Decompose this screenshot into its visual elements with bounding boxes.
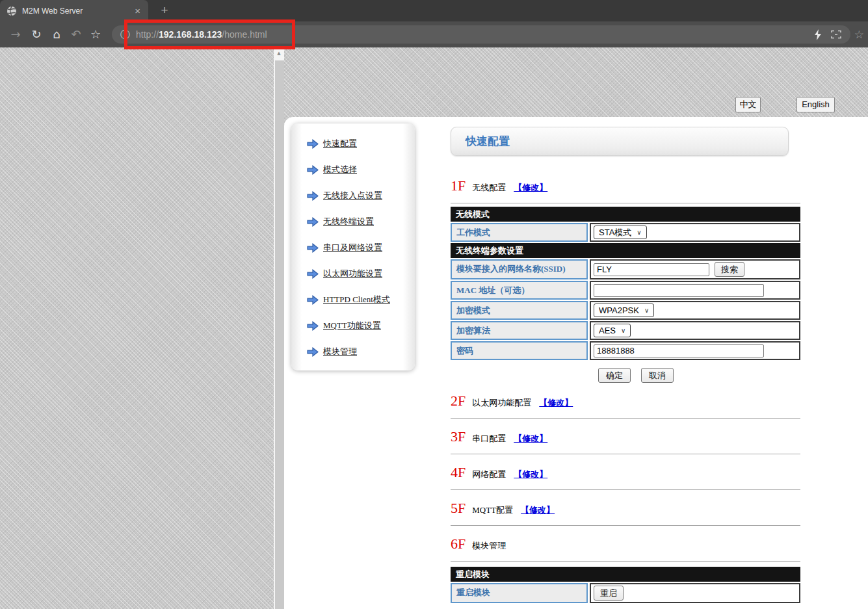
- arrow-icon: [307, 191, 319, 201]
- info-icon[interactable]: ⓘ: [120, 29, 130, 41]
- vertical-scrollbar[interactable]: ▲: [274, 47, 284, 609]
- sidebar-item-httpd-client[interactable]: HTTPD Client模式: [291, 292, 415, 307]
- arrow-icon: [307, 269, 319, 279]
- restart-label: 重启模块: [451, 583, 588, 603]
- home-icon[interactable]: ⌂: [47, 21, 66, 47]
- arrow-icon: [307, 295, 319, 305]
- ssid-label: 模块要接入的网络名称(SSID): [451, 259, 588, 279]
- section-heading-uart: 3F 串口配置 【修改】: [451, 428, 800, 454]
- sidebar-item-mode-select[interactable]: 模式选择: [291, 162, 415, 177]
- divider: [451, 203, 800, 203]
- mac-input[interactable]: [594, 284, 764, 297]
- sidebar-item-quick-config[interactable]: 快速配置: [291, 136, 415, 151]
- bookmark-star-icon[interactable]: ☆: [86, 21, 105, 47]
- cancel-button[interactable]: 取消: [641, 368, 674, 383]
- sidebar-item-uart-network[interactable]: 串口及网络设置: [291, 240, 415, 255]
- confirm-button[interactable]: 确定: [598, 368, 631, 383]
- sidebar-item-sta-settings[interactable]: 无线终端设置: [291, 214, 415, 229]
- reload-icon[interactable]: ↻: [27, 21, 46, 47]
- encryption-alg-cell: AES ∨: [590, 321, 800, 340]
- url-host: 192.168.18.123: [159, 29, 222, 40]
- section-label: 无线配置: [472, 183, 506, 192]
- encryption-mode-label: 加密模式: [451, 301, 588, 320]
- arrow-icon: [307, 321, 319, 331]
- lightning-icon[interactable]: [814, 29, 822, 40]
- left-frame: [0, 47, 274, 609]
- sidebar-link[interactable]: MQTT功能设置: [323, 320, 381, 331]
- modify-link[interactable]: 【修改】: [514, 434, 547, 443]
- page-star-icon[interactable]: ☆: [854, 21, 864, 47]
- table-row: 加密模式 WPA2PSK ∨: [451, 301, 800, 320]
- browser-tab[interactable]: M2M Web Server ×: [0, 0, 148, 21]
- arrow-icon: [307, 217, 319, 227]
- tab-title: M2M Web Server: [22, 6, 135, 16]
- browser-toolbar: → ↻ ⌂ ↶ ☆ ⓘ http://192.168.18.123/home.h…: [0, 21, 868, 47]
- page-title-box: 快速配置: [451, 127, 789, 156]
- table-row: 重启模块 重启: [451, 583, 800, 603]
- capture-icon[interactable]: [831, 30, 841, 39]
- section-heading-wireless: 1F 无线配置 【修改】: [451, 177, 800, 197]
- main-content: 快速配置 1F 无线配置 【修改】 无线模式 工作模式 STA模式 ∨ 无线终端…: [451, 127, 800, 604]
- language-chinese-button[interactable]: 中文: [735, 97, 761, 112]
- encryption-mode-select[interactable]: WPA2PSK ∨: [594, 304, 654, 317]
- scroll-up-icon[interactable]: ▲: [274, 47, 284, 59]
- encryption-alg-value: AES: [599, 326, 616, 335]
- work-mode-select[interactable]: STA模式 ∨: [594, 226, 647, 239]
- section-number: 6F: [451, 536, 466, 552]
- restart-button[interactable]: 重启: [594, 586, 624, 601]
- work-mode-cell: STA模式 ∨: [590, 223, 800, 242]
- section-number: 3F: [451, 428, 466, 445]
- arrow-icon: [307, 243, 319, 253]
- scrollbar-thumb[interactable]: [275, 60, 284, 609]
- modify-link[interactable]: 【修改】: [514, 183, 547, 192]
- sidebar-link[interactable]: 串口及网络设置: [323, 242, 382, 253]
- chevron-down-icon: ∨: [644, 307, 649, 314]
- section-heading-module-manage: 6F 模块管理: [451, 535, 800, 562]
- sidebar-item-ap-settings[interactable]: 无线接入点设置: [291, 188, 415, 203]
- mac-label: MAC 地址（可选）: [451, 281, 588, 300]
- table-row: 工作模式 STA模式 ∨: [451, 223, 800, 242]
- sidebar-link[interactable]: 模块管理: [323, 346, 357, 357]
- group-header-restart: 重启模块: [451, 567, 800, 582]
- restart-cell: 重启: [590, 583, 800, 603]
- sidebar-item-ethernet[interactable]: 以太网功能设置: [291, 266, 415, 281]
- arrow-icon: [307, 347, 319, 357]
- new-tab-button[interactable]: +: [155, 1, 174, 19]
- undo-icon[interactable]: ↶: [67, 21, 85, 47]
- arrow-icon: [307, 139, 319, 149]
- sidebar-link[interactable]: 以太网功能设置: [323, 268, 382, 279]
- chevron-down-icon: ∨: [637, 229, 641, 236]
- form-buttons: 确定 取消: [451, 368, 800, 383]
- language-english-button[interactable]: English: [796, 97, 835, 112]
- sidebar-link[interactable]: 模式选择: [323, 164, 357, 175]
- sidebar-item-mqtt[interactable]: MQTT功能设置: [291, 318, 415, 333]
- section-label: 网络配置: [472, 469, 506, 479]
- password-label: 密码: [451, 341, 588, 360]
- section-heading-network: 4F 网络配置 【修改】: [451, 463, 800, 490]
- restart-table: 重启模块 重启模块 重启: [451, 567, 800, 603]
- search-button[interactable]: 搜索: [715, 262, 744, 277]
- password-input[interactable]: [594, 344, 764, 357]
- section-label: 模块管理: [472, 541, 506, 551]
- section-number: 5F: [451, 500, 466, 516]
- ssid-input[interactable]: [594, 263, 709, 276]
- work-mode-label: 工作模式: [451, 223, 588, 242]
- modify-link[interactable]: 【修改】: [521, 505, 555, 515]
- url-bar[interactable]: ⓘ http://192.168.18.123/home.html: [112, 25, 850, 44]
- sidebar-link[interactable]: 快速配置: [323, 138, 357, 149]
- section-number: 4F: [451, 464, 466, 480]
- arrow-icon: [307, 165, 319, 175]
- modify-link[interactable]: 【修改】: [514, 469, 547, 479]
- forward-icon[interactable]: →: [7, 21, 25, 47]
- section-label: MQTT配置: [472, 505, 513, 515]
- url-text[interactable]: http://192.168.18.123/home.html: [136, 29, 814, 40]
- sidebar-link[interactable]: 无线终端设置: [323, 216, 374, 227]
- sidebar-link[interactable]: 无线接入点设置: [323, 190, 382, 201]
- encryption-alg-select[interactable]: AES ∨: [594, 324, 631, 337]
- modify-link[interactable]: 【修改】: [539, 398, 573, 408]
- sidebar-item-module-manage[interactable]: 模块管理: [291, 344, 415, 359]
- encryption-alg-label: 加密算法: [451, 321, 588, 340]
- tab-close-icon[interactable]: ×: [135, 5, 140, 16]
- chevron-down-icon: ∨: [621, 327, 625, 334]
- sidebar-link[interactable]: HTTPD Client模式: [323, 294, 390, 305]
